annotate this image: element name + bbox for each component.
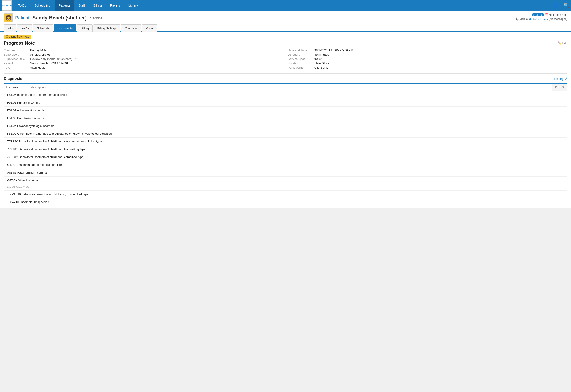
nav-billing[interactable]: Billing: [89, 0, 106, 11]
phone-line: 📞 Mobile: (555) 121-3535 (No Messages): [515, 17, 567, 21]
field-service-code: Service Code: 90834: [288, 57, 567, 61]
dropdown-item-a8183[interactable]: A81.83 Fatal familial insomnia: [4, 169, 567, 177]
creating-new-note-badge: Creating New Note: [4, 35, 31, 39]
tab-billing-settings[interactable]: Billing Settings: [93, 25, 120, 32]
dropdown-item-g4709[interactable]: G47.09 Other insomnia: [4, 177, 567, 184]
field-participants: Participants: Client only: [288, 65, 567, 70]
diagnosis-header: Diagnosis History ↺: [4, 76, 567, 81]
dropdown-item-z73810[interactable]: Z73.810 Behavioral insomnia of childhood…: [4, 138, 567, 145]
tab-info[interactable]: Info: [4, 25, 16, 32]
no-future-appt: 📅 No Future Appt: [545, 13, 567, 16]
diagnosis-actions: ▼ ✕: [552, 84, 567, 91]
field-supervisor-role: Supervisor Role: Review only (name not o…: [4, 57, 283, 61]
dropdown-item-f5105[interactable]: F51.05 Insomnia due to other mental diso…: [4, 91, 567, 99]
nav-staff[interactable]: Staff: [74, 0, 89, 11]
field-location: Location: Main Office: [288, 61, 567, 65]
dropdown-item-f5101[interactable]: F51.01 Primary insomnia: [4, 99, 567, 107]
dropdown-item-f5103[interactable]: F51.03 Paradoxical insomnia: [4, 114, 567, 122]
history-link[interactable]: History ↺: [554, 77, 567, 81]
tab-clinicians[interactable]: Clinicians: [121, 25, 141, 32]
field-datetime: Date and Time: 9/23/2024 4:15 PM - 5:00 …: [288, 48, 567, 52]
history-icon: ↺: [564, 77, 567, 81]
tab-billing[interactable]: Billing: [77, 25, 93, 32]
patient-name: Sandy Beach (she/her): [32, 15, 87, 21]
note-fields: Clinician: Barney Miller Supervisor: All…: [4, 48, 567, 70]
tab-schedule[interactable]: Schedule: [33, 25, 53, 32]
diagnosis-description-input[interactable]: [29, 84, 552, 91]
note-fields-right: Date and Time: 9/23/2024 4:15 PM - 5:00 …: [288, 48, 567, 70]
nav-payers[interactable]: Payers: [106, 0, 124, 11]
chevron-down-icon: ▾: [559, 4, 561, 7]
edit-button[interactable]: ✏️ Edit: [558, 42, 567, 45]
dropdown-item-z73812[interactable]: Z73.812 Behavioral insomnia of childhood…: [4, 153, 567, 161]
patient-header: 🧑 Patient: Sandy Beach (she/her) 1/1/200…: [0, 11, 571, 25]
top-navigation: Therapy Notes To-Do Scheduling Patients …: [0, 0, 571, 11]
note-fields-left: Clinician: Barney Miller Supervisor: All…: [4, 48, 283, 70]
avatar: 🧑: [4, 13, 13, 22]
diagnosis-remove-button[interactable]: ✕: [559, 84, 567, 91]
diagnosis-dropdown: F51.05 Insomnia due to other mental diso…: [4, 91, 567, 205]
diagnosis-code-input[interactable]: [4, 84, 29, 91]
dropdown-item-z73811[interactable]: Z73.811 Behavioral insomnia of childhood…: [4, 145, 567, 153]
field-patient: Patient: Sandy Beach, DOB 1/1/2001: [4, 61, 283, 65]
section-divider: [4, 73, 567, 74]
todo-badge[interactable]: 6 To-Do: [532, 13, 544, 16]
dropdown-item-g4701[interactable]: G47.01 Insomnia due to medical condition: [4, 161, 567, 169]
search-button[interactable]: 🔍: [563, 3, 569, 8]
tab-todo[interactable]: To-Do: [17, 25, 33, 32]
patient-label: Patient:: [15, 15, 31, 21]
user-menu[interactable]: 👤 ▾: [553, 3, 561, 8]
tab-documents[interactable]: Documents: [54, 25, 77, 32]
field-payer: Payer: Vitori Health: [4, 65, 283, 70]
main-content: Creating New Note Progress Note ✏️ Edit …: [0, 32, 571, 208]
nav-library[interactable]: Library: [124, 0, 142, 11]
pencil-icon: ✏️: [558, 42, 561, 45]
patient-info-left: 🧑 Patient: Sandy Beach (she/her) 1/1/200…: [4, 13, 102, 22]
nav-todo[interactable]: To-Do: [14, 0, 30, 11]
non-billable-section-label: Non-Billable Codes: [4, 184, 567, 191]
dropdown-item-z73819[interactable]: Z73.819 Behavioral insomnia of childhood…: [4, 191, 567, 198]
user-icon: 👤: [553, 3, 558, 8]
diagnosis-input-row: ▼ ✕: [4, 83, 567, 91]
dropdown-item-f5102[interactable]: F51.02 Adjustment insomnia: [4, 107, 567, 114]
tabs-bar: Info To-Do Schedule Documents Billing Bi…: [0, 25, 571, 32]
field-clinician: Clinician: Barney Miller: [4, 48, 283, 52]
tab-portal[interactable]: Portal: [142, 25, 157, 32]
field-duration: Duration: 45 minutes: [288, 52, 567, 57]
dropdown-item-g4700[interactable]: G47.00 Insomnia, unspecified: [4, 198, 567, 205]
nav-patients[interactable]: Patients: [55, 0, 75, 11]
patient-dob: 1/1/2001: [90, 16, 102, 20]
nav-right-actions: 👤 ▾ 🔍: [553, 3, 569, 8]
dropdown-item-f5104[interactable]: F51.04 Psychophysiologic insomnia: [4, 122, 567, 130]
dropdown-item-f5109[interactable]: F51.09 Other insomnia not due to a subst…: [4, 130, 567, 138]
edit-supervisor-role-icon[interactable]: ✏: [75, 57, 77, 61]
diagnosis-move-down-button[interactable]: ▼: [552, 84, 559, 91]
phone-number[interactable]: (555) 121-3535: [529, 17, 548, 21]
diagnosis-title: Diagnosis: [4, 76, 22, 81]
progress-note-header: Progress Note ✏️ Edit: [4, 41, 567, 46]
nav-scheduling[interactable]: Scheduling: [30, 0, 55, 11]
progress-note-title: Progress Note: [4, 41, 35, 46]
patient-info-right: 6 To-Do 📅 No Future Appt 📞 Mobile: (555)…: [515, 13, 567, 21]
field-supervisor: Supervisor: Allroles Allroles: [4, 52, 283, 57]
app-logo[interactable]: Therapy Notes: [2, 0, 12, 11]
